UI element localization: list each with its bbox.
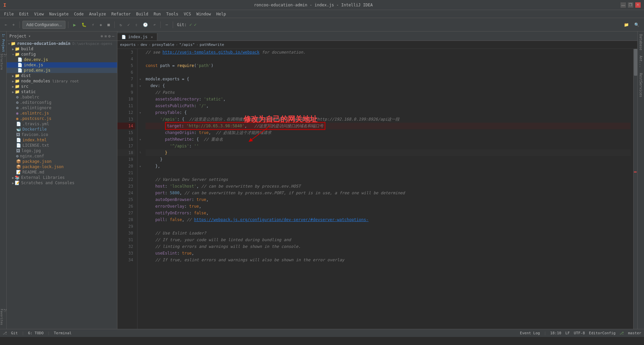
tree-editorconfig[interactable]: ⚙ .editorconfig: [7, 100, 117, 105]
locate-icon[interactable]: ⊕: [101, 34, 103, 39]
maximize-button[interactable]: ❐: [628, 2, 633, 8]
external-libs-label: External Libraries: [21, 175, 65, 180]
breadcrumb-pathrewrite[interactable]: pathRewrite: [200, 43, 224, 47]
menu-vcs[interactable]: VCS: [181, 11, 194, 17]
scrollbar-thumb[interactable]: [634, 49, 637, 76]
tree-scratches[interactable]: ▶ 📝 Scratches and Consoles: [7, 180, 117, 186]
todo-label[interactable]: 6: TODO: [28, 331, 44, 335]
profiler-icon[interactable]: ◈: [98, 21, 104, 28]
git-status-label[interactable]: Git: [11, 331, 18, 335]
tree-postcssrc[interactable]: ◉ .postcssrc.js: [7, 116, 117, 121]
menu-view[interactable]: View: [32, 11, 47, 17]
sidebar-item-structure[interactable]: 2: Structure: [0, 54, 7, 70]
debug-icon[interactable]: 🐛: [79, 21, 89, 28]
right-panel-ant[interactable]: Ant...: [638, 53, 643, 70]
find-icon-right[interactable]: 🔍: [632, 21, 641, 28]
tree-dist[interactable]: ▶ 📁 dist: [7, 73, 117, 78]
tree-prod-env[interactable]: 📄 prod.env.js: [7, 68, 117, 73]
sidebar-item-project[interactable]: 1: Project: [0, 33, 7, 53]
minimize-panel-icon[interactable]: —: [112, 34, 114, 39]
menu-build[interactable]: Build: [133, 11, 151, 17]
tree-travis[interactable]: 📄 .travis.yml: [7, 121, 117, 127]
menu-help[interactable]: Help: [214, 11, 229, 17]
tree-license[interactable]: 📄 LICENSE.txt: [7, 143, 117, 148]
tree-node-modules[interactable]: ▶ 📁 node_modules library root: [7, 78, 117, 84]
encoding[interactable]: UTF-8: [574, 331, 585, 335]
right-panel-rest[interactable]: RestServices: [638, 70, 643, 100]
tree-logo[interactable]: 🖼 logo.jpg: [7, 148, 117, 153]
tab-index-js[interactable]: 📄 index.js ✕: [117, 33, 157, 41]
l15-true: true: [199, 129, 209, 136]
right-panel-database[interactable]: Database: [638, 31, 643, 53]
minimize-button[interactable]: —: [621, 2, 626, 8]
tree-nginx[interactable]: ⚙ nginx.conf: [7, 153, 117, 159]
tree-index-js[interactable]: 📄 index.js: [7, 62, 117, 68]
menu-edit[interactable]: Edit: [16, 11, 32, 17]
tree-package-lock[interactable]: 📦 package-lock.json: [7, 164, 117, 169]
breadcrumb-exports[interactable]: exports: [120, 43, 136, 47]
breadcrumb-dev[interactable]: dev: [141, 43, 147, 47]
menu-refactor[interactable]: Refactor: [109, 11, 133, 17]
menu-tools[interactable]: Tools: [164, 11, 181, 17]
tree-readme[interactable]: 📝 README.md: [7, 169, 117, 175]
tree-external-libs[interactable]: ▶ 📚 External Libraries: [7, 175, 117, 180]
tree-config[interactable]: ▾ 📁 config: [7, 52, 117, 57]
run-icon[interactable]: ▶: [71, 21, 78, 29]
stop-icon[interactable]: ■: [105, 21, 112, 28]
tree-index-html[interactable]: 📄 index.html: [7, 137, 117, 143]
git-status-icon[interactable]: ⎇: [3, 331, 7, 335]
toolbar-search-icon[interactable]: ⌖: [10, 21, 17, 28]
menu-run[interactable]: Run: [151, 11, 164, 17]
menu-analyze[interactable]: Analyze: [86, 11, 109, 17]
update-icon[interactable]: ↻: [117, 21, 124, 28]
settings-icon[interactable]: ⚙: [108, 34, 111, 39]
line3-link[interactable]: http://vuejs-templates.github.io/webpack: [163, 49, 260, 56]
fg-12[interactable]: ▾: [138, 109, 143, 116]
coverage-icon[interactable]: ⚡: [90, 21, 96, 28]
menu-navigate[interactable]: Navigate: [47, 11, 71, 17]
scrollbar-track[interactable]: [633, 49, 637, 329]
l28-link[interactable]: https://webpack.js.org/configuration/dev…: [194, 216, 369, 223]
toolbar-back-icon[interactable]: ←: [3, 21, 9, 28]
tree-babelrc[interactable]: ⚙ .babelrc: [7, 94, 117, 100]
tree-dockerfile[interactable]: 🐋 Dockerfile: [7, 127, 117, 132]
menu-window[interactable]: Window: [194, 11, 213, 17]
tree-root[interactable]: ▾ 📁 roncoo-education-admin D:\workspace-…: [7, 41, 117, 46]
code-content[interactable]: // see http://vuejs-templates.github.io/…: [143, 49, 633, 329]
menu-file[interactable]: File: [1, 11, 16, 17]
history-icon[interactable]: 🕐: [141, 21, 150, 28]
tree-eslintrc[interactable]: ◉ .eslintrc.js: [7, 111, 117, 116]
project-panel-dropdown[interactable]: ▾: [29, 34, 31, 39]
branch-name[interactable]: master: [628, 331, 641, 335]
l24-colon: :: [165, 190, 170, 196]
fg-8[interactable]: ▾: [138, 82, 143, 89]
menu-code[interactable]: Code: [71, 11, 87, 17]
tree-favicon[interactable]: 🖼 favicon.ico: [7, 132, 117, 137]
commit-icon[interactable]: ✓: [125, 21, 132, 28]
tree-static[interactable]: ▶ 📁 static: [7, 89, 117, 94]
close-button[interactable]: ✕: [635, 2, 641, 8]
collapse-icon[interactable]: ≡: [104, 34, 107, 39]
sidebar-item-favorites[interactable]: 2: Favorites: [0, 309, 7, 329]
revert-icon[interactable]: ↶: [151, 21, 158, 28]
tree-build[interactable]: ▶ 📁 build: [7, 46, 117, 52]
add-configuration-button[interactable]: Add Configuration...: [22, 21, 65, 29]
breadcrumb-apis[interactable]: "/apis": [179, 43, 195, 47]
event-log-label[interactable]: Event Log: [520, 331, 540, 335]
l11-val: '/': [199, 102, 206, 109]
push-icon[interactable]: ⇧: [133, 21, 140, 28]
tree-package[interactable]: 📦 package.json: [7, 159, 117, 164]
vcs-more-icon[interactable]: ⋯: [163, 21, 170, 28]
tree-dev-env[interactable]: 📄 dev.env.js: [7, 57, 117, 62]
tree-eslintignore[interactable]: ⚙ .eslintignore: [7, 105, 117, 111]
line-sep[interactable]: LF: [565, 331, 570, 335]
terminal-label[interactable]: Terminal: [54, 331, 71, 335]
indent-label[interactable]: EditorConfig: [589, 331, 615, 335]
fg-7[interactable]: ▾: [138, 76, 143, 82]
fg-16[interactable]: ▾: [138, 136, 143, 143]
tab-close-icon[interactable]: ✕: [151, 35, 153, 39]
tree-src[interactable]: ▶ 📁 src: [7, 84, 117, 89]
breadcrumb-proxytable[interactable]: proxyTable: [152, 43, 174, 47]
fg-20[interactable]: ▾: [138, 163, 143, 169]
project-icon-right[interactable]: 📁: [622, 21, 631, 28]
